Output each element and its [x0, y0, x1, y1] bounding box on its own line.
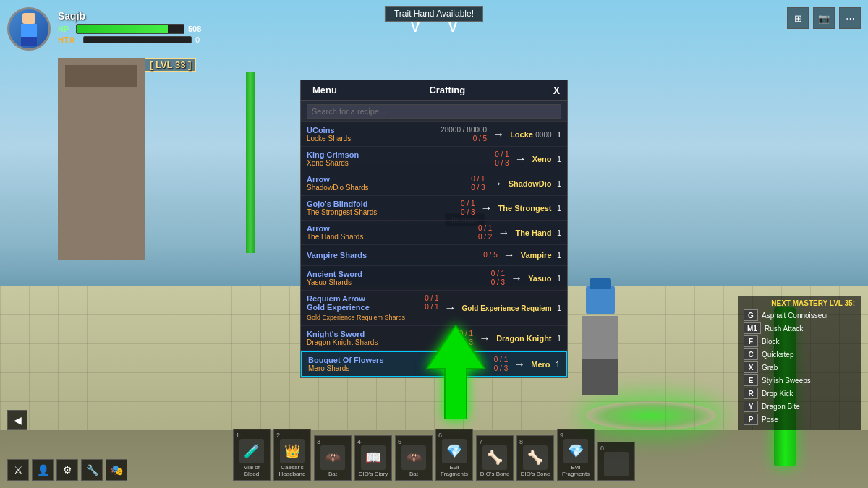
hud-topleft: Saqib HP 508 HT.0 0 [7, 7, 201, 51]
hotbar-slot-0[interactable]: 0 [597, 442, 635, 481]
grab-label: Grab [762, 364, 778, 372]
strongest-shards-count: 0 / 3 [461, 208, 475, 216]
gojo-count: 0 / 1 [461, 200, 475, 208]
menu-icon[interactable]: ⋯ [839, 7, 861, 29]
hotbar-slot-8[interactable]: 8 🦴 DIO's Bone [516, 435, 554, 481]
close-button[interactable]: X [546, 80, 567, 100]
hotbar-slot-5[interactable]: 5 🦇 Bat [395, 435, 433, 481]
result-count-mero: 1 [556, 360, 560, 369]
search-input[interactable] [307, 104, 561, 119]
result-mero: Mero 1 [531, 359, 560, 369]
left-icon-arrow[interactable]: ◀ [7, 410, 27, 430]
menu-tab[interactable]: Menu [301, 80, 349, 100]
bottom-icon-settings[interactable]: ⚙ [56, 459, 78, 481]
bottom-icon-person[interactable]: 👤 [32, 459, 54, 481]
ingredient-arrow1: Arrow [307, 175, 330, 184]
result-count-vampire: 1 [557, 251, 561, 260]
hotbar-slot-4[interactable]: 4 📖 DIO's Diary [354, 435, 392, 481]
bottom-icon-masks[interactable]: 🎭 [106, 459, 127, 481]
recipe-row-yasuo[interactable]: Ancient Sword 0 / 1 Yasuo Shards 0 / 3 →… [301, 266, 567, 291]
glow-circle [586, 401, 716, 430]
hp-bar-container: HP 508 [58, 24, 201, 34]
hp-fill [77, 25, 168, 33]
char-legs [582, 359, 618, 395]
keybind-f: F Block [744, 335, 855, 347]
hotbar-slot-3[interactable]: 3 🦇 Bat [314, 435, 352, 481]
trait-text: Trait Hand Available! [394, 9, 474, 19]
recipe-row-ger[interactable]: Requiem Arrow 0 / 1 Gold Experience 0 / … [301, 291, 567, 326]
hotbar-slot-7[interactable]: 7 🦴 DIO's Bone [476, 435, 514, 481]
stylish-sweeps-label: Stylish Sweeps [762, 377, 811, 385]
ingredient-locke-shards: Locke Shards [307, 134, 351, 142]
locke-shards-count: 0 / 5 [473, 134, 487, 142]
recipe-row-xeno[interactable]: King Crimson 0 / 1 Xeno Shards 0 / 3 → X… [301, 147, 567, 171]
keybind-r: R Drop Kick [744, 388, 855, 399]
bottom-icons: ⚔ 👤 ⚙ 🔧 🎭 [7, 459, 127, 481]
screenshot-icon[interactable]: 📷 [813, 7, 835, 29]
recipe-row-shadowdio[interactable]: Arrow 0 / 1 ShadowDio Shards 0 / 3 → Sha… [301, 171, 567, 196]
slot-icon-0 [604, 452, 629, 476]
key-r: R [744, 388, 758, 399]
arrow-ger: → [445, 301, 456, 314]
slot-icon-4: 📖 [361, 445, 386, 470]
keybind-m1: M1 Rush Attack [744, 322, 855, 334]
hud-bars: Saqib HP 508 HT.0 0 [58, 7, 201, 44]
slot-icon-8: 🦴 [523, 445, 548, 470]
result-strongest: The Strongest 1 [498, 203, 561, 213]
pole [246, 72, 255, 253]
key-y: Y [744, 401, 758, 412]
result-name-dragonknight: Dragon Knight [496, 334, 551, 343]
ingredient-gold-exp: Gold Experience [307, 303, 370, 312]
ingredient-ancient-sword: Ancient Sword [307, 270, 362, 278]
result-name-mero: Mero [531, 360, 550, 369]
bottom-icon-tools[interactable]: 🔧 [81, 459, 103, 481]
slot-num-0: 0 [600, 445, 604, 452]
ingredient-kingcrimson: King Crimson [307, 150, 359, 159]
ht-value: 0 [195, 35, 200, 44]
hotbar: 1 🧪 Vial of Blood 2 👑 Caesar's Headband … [233, 429, 635, 481]
key-x: X [744, 361, 758, 373]
result-count-shadowdio: 1 [557, 179, 561, 188]
recipe-row-thehand[interactable]: Arrow 0 / 1 The Hand Shards 0 / 2 → The … [301, 221, 567, 245]
player-name: Saqib [58, 10, 201, 22]
hotbar-slot-9[interactable]: 9 💎 Evil Fragments [557, 429, 595, 481]
level-badge: [ LVL 33 ] [145, 58, 196, 72]
avatar-figure [17, 13, 42, 46]
gold-exp-count: 0 / 1 [425, 303, 438, 312]
recipe-ingredients-thehand: Arrow 0 / 1 The Hand Shards 0 / 2 [307, 224, 492, 241]
keybind-y: Y Dragon Bite [744, 401, 855, 412]
slot-num-6: 6 [438, 432, 442, 439]
roblox-icon[interactable]: ⊞ [787, 7, 809, 29]
ingredient-arrow2: Arrow [307, 224, 330, 233]
result-name-xeno: Xeno [532, 155, 552, 163]
ingredient-vampire-shards: Vampire Shards [307, 251, 367, 260]
slot-label-9: Evil Fragments [560, 465, 592, 478]
result-count-ger: 1 [557, 304, 561, 312]
result-name-vampire: Vampire [521, 251, 552, 260]
hotbar-slot-6[interactable]: 6 💎 Evil Fragments [435, 429, 473, 481]
drop-kick-label: Drop Kick [762, 390, 793, 398]
key-c: C [744, 348, 758, 360]
search-bar [301, 101, 567, 122]
bottom-icon-sword[interactable]: ⚔ [7, 459, 29, 481]
slot-num-4: 4 [357, 438, 361, 445]
ingredient-requiem-arrow: Requiem Arrow [307, 294, 365, 303]
result-count-xeno: 1 [557, 155, 561, 163]
recipe-row-locke[interactable]: UCoins 28000 / 80000 Locke Shards 0 / 5 … [301, 122, 567, 147]
recipe-row-strongest[interactable]: Gojo's Blindfold 0 / 1 The Strongest Sha… [301, 196, 567, 221]
recipe-row-vampire[interactable]: Vampire Shards 0 / 5 → Vampire 1 [301, 245, 567, 266]
result-count-dragonknight: 1 [557, 334, 561, 343]
ancient-sword-count: 0 / 1 [491, 270, 505, 278]
keybinds-panel: NEXT MASTERY LVL 35: G Asphalt Connoisse… [738, 296, 861, 430]
hp-bar [76, 24, 184, 34]
result-thehand: The Hand 1 [515, 228, 561, 238]
hotbar-slot-1[interactable]: 1 🧪 Vial of Blood [233, 429, 271, 481]
result-count-thehand: 1 [557, 228, 561, 237]
slot-icon-2: 👑 [280, 439, 305, 463]
recipe-ingredients-yasuo: Ancient Sword 0 / 1 Yasuo Shards 0 / 3 [307, 270, 505, 286]
keybind-x: X Grab [744, 361, 855, 373]
slot-num-9: 9 [560, 432, 563, 439]
slot-num-2: 2 [276, 432, 280, 439]
hotbar-slot-2[interactable]: 2 👑 Caesar's Headband [273, 429, 311, 481]
trait-notification: Trait Hand Available! [385, 6, 483, 22]
